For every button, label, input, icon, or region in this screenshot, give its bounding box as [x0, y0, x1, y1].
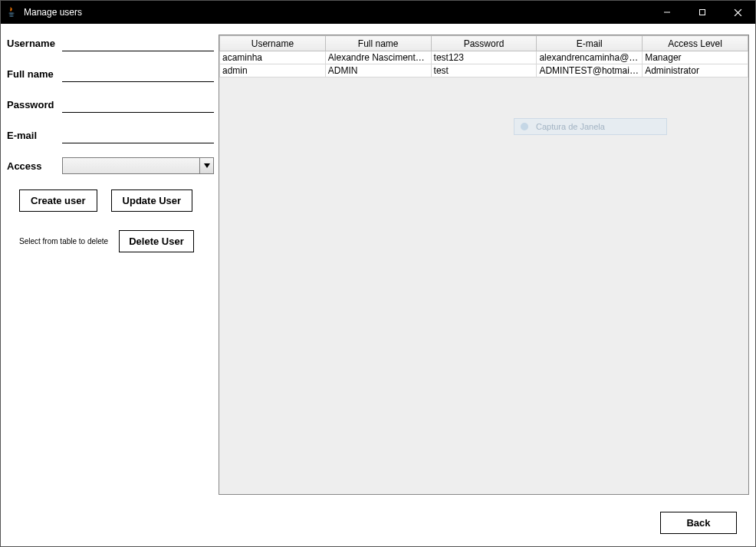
table-row[interactable]: admin ADMIN test ADMINTEST@hotmail.... A… — [220, 64, 748, 77]
username-input[interactable] — [62, 35, 214, 51]
create-user-button[interactable]: Create user — [19, 189, 97, 212]
access-combobox[interactable] — [62, 157, 214, 174]
bottom-bar: Back — [1, 506, 755, 546]
cell-fullname: Alexandre Nascimento ... — [325, 51, 431, 64]
col-username[interactable]: Username — [220, 36, 326, 51]
table-header-row: Username Full name Password E-mail Acces… — [220, 36, 748, 51]
chevron-down-icon — [199, 158, 213, 173]
content-area: Username Full name Password E-mail Acces… — [1, 24, 755, 546]
window-title: Manage users — [24, 7, 82, 18]
cell-access: Administrator — [643, 64, 748, 77]
table-panel: Username Full name Password E-mail Acces… — [219, 35, 749, 495]
cell-password: test — [431, 64, 537, 77]
cell-username: acaminha — [220, 51, 326, 64]
cell-access: Manager — [643, 51, 748, 64]
col-accesslevel[interactable]: Access Level — [643, 36, 748, 51]
email-label: E-mail — [7, 130, 62, 141]
minimize-button[interactable] — [649, 1, 685, 24]
password-label: Password — [7, 99, 62, 110]
password-input[interactable] — [62, 96, 214, 113]
access-label: Access — [7, 160, 62, 172]
main-area: Username Full name Password E-mail Acces… — [1, 24, 755, 506]
users-table[interactable]: Username Full name Password E-mail Acces… — [219, 35, 748, 77]
maximize-button[interactable] — [685, 1, 720, 24]
email-input[interactable] — [62, 127, 214, 143]
titlebar: Manage users — [1, 1, 755, 24]
delete-user-button[interactable]: Delete User — [119, 230, 194, 252]
cell-email: ADMINTEST@hotmail.... — [537, 64, 643, 77]
fullname-label: Full name — [7, 68, 62, 80]
col-fullname[interactable]: Full name — [325, 36, 431, 51]
window-controls — [649, 1, 755, 24]
app-window: Manage users Username Full name — [0, 0, 756, 547]
table-row[interactable]: acaminha Alexandre Nascimento ... test12… — [220, 51, 748, 64]
close-button[interactable] — [720, 1, 755, 24]
delete-hint-label: Select from table to delete — [19, 237, 108, 245]
cell-username: admin — [220, 64, 326, 77]
form-panel: Username Full name Password E-mail Acces… — [7, 30, 214, 506]
access-combobox-value — [63, 158, 199, 173]
svg-rect-1 — [700, 10, 705, 15]
cell-email: alexandrencaminha@g... — [537, 51, 643, 64]
col-password[interactable]: Password — [431, 36, 537, 51]
svg-marker-4 — [204, 163, 210, 168]
fullname-input[interactable] — [62, 65, 214, 82]
col-email[interactable]: E-mail — [537, 36, 643, 51]
cell-fullname: ADMIN — [325, 64, 431, 77]
java-icon — [5, 6, 18, 18]
back-button[interactable]: Back — [660, 512, 737, 534]
update-user-button[interactable]: Update User — [111, 189, 193, 212]
cell-password: test123 — [431, 51, 537, 64]
username-label: Username — [7, 38, 62, 49]
